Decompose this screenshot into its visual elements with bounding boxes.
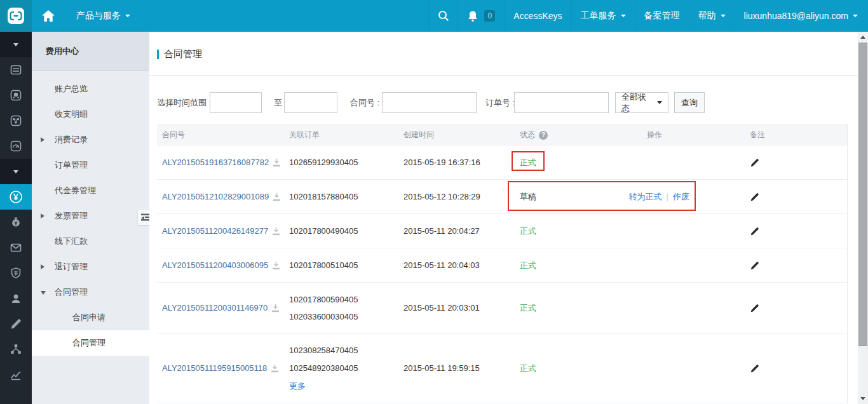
sidebar-item[interactable]: 发票管理 [32,203,149,229]
sidebar-item[interactable]: 账户总览 [32,76,149,102]
rail-collapse-top[interactable] [0,32,32,57]
time-from-input[interactable] [210,92,262,113]
sidebar-item[interactable]: 退订管理 [32,254,149,279]
sidebar-item[interactable]: 消费记录 [32,127,149,152]
scrollbar-up-button[interactable] [858,32,868,43]
contract-number-link[interactable]: ALY20150511200403006095 [162,260,268,270]
contract-no-input[interactable] [382,92,477,113]
table-header: 合同号 关联订单 创建时间 状态 ? 操作 备注 [157,125,847,145]
scrollbar-down-button[interactable] [858,393,868,404]
more-orders-link[interactable]: 更多 [289,377,306,395]
edit-remark-button[interactable] [750,260,760,271]
orders-cell: 102017800510405 [286,257,400,274]
download-button[interactable] [273,192,281,201]
chevron-down-icon [621,15,626,17]
edit-remark-button[interactable] [750,192,760,202]
remarks-cell [702,158,848,168]
scrollbar-thumb[interactable] [858,43,867,346]
workflow-icon [9,342,23,356]
aliyun-logo[interactable] [0,0,32,32]
rail-item-user[interactable] [0,286,32,311]
edit-remark-button[interactable] [750,158,760,168]
help-menu[interactable]: 帮助 [689,0,735,32]
remarks-cell [702,226,848,236]
sidebar-item[interactable]: 代金券管理 [32,178,149,203]
beian-label: 备案管理 [644,10,680,22]
col-header-remarks: 备注 [702,130,848,140]
rail-item-billing-active[interactable] [0,184,32,210]
rail-item-pencil[interactable] [0,311,32,337]
sidebar-item[interactable]: 订单管理 [32,152,149,178]
rail-item-workflow[interactable] [0,337,32,362]
created-time: 2015-05-11 20:03:01 [403,303,480,313]
download-button[interactable] [272,261,280,270]
orders-cell: 102018157880405 [286,188,400,205]
accesskeys-label: AccessKeys [513,11,562,21]
status-cell: 正式 [515,157,607,168]
search-button[interactable] [428,0,458,32]
edit-remark-button[interactable] [750,303,760,313]
notifications-button[interactable]: 0 [458,0,504,32]
download-button[interactable] [271,304,280,313]
filter-bar: 选择时间范围 : 至 合同号 : 订单号 : 全部状态 查询 [149,92,858,113]
contract-cell: ALY20150511195915005118 [157,363,286,373]
rail-item-security[interactable] [0,83,32,108]
order-number: 102548920380405 [289,360,358,377]
rail-item-voucher[interactable] [0,210,32,235]
rail-item-beian[interactable] [0,260,32,286]
contract-number-link[interactable]: ALY20150511200426149277 [162,226,268,236]
page-title: 合同管理 [157,48,202,60]
sidebar-item[interactable]: 合同申请 [32,305,149,330]
created-cell: 2015-05-11 20:04:03 [400,260,515,270]
contract-number-link[interactable]: ALY20150519163716087782 [162,158,269,167]
beian-link[interactable]: 备案管理 [635,0,689,32]
sidebar-item[interactable]: 线下汇款 [32,229,149,254]
created-cell: 2015-05-12 10:28:29 [400,192,515,201]
question-circle-icon[interactable]: ? [539,131,548,140]
user-account-menu[interactable]: liuxunhua819@aliyun.com [735,0,868,32]
action-link[interactable]: 作废 [673,191,689,203]
edit-remark-button[interactable] [750,226,760,236]
chevron-down-icon [125,15,130,17]
home-button[interactable] [32,0,65,32]
download-button[interactable] [272,227,280,236]
search-button-query[interactable]: 查询 [674,92,705,113]
notification-count-badge: 0 [484,10,495,22]
download-button[interactable] [271,364,279,373]
order-no-input[interactable] [514,92,609,113]
storage-icon [9,63,23,77]
contract-number-link[interactable]: ALY20150511200301146970 [162,303,268,313]
time-to-input[interactable] [284,92,337,113]
action-link[interactable]: 转为正式 [629,191,662,203]
rail-collapse-mid[interactable] [0,159,32,184]
created-cell: 2015-05-11 19:59:15 [400,363,515,373]
download-button[interactable] [273,158,281,167]
order-number: 102017800490405 [289,222,358,239]
products-services-menu[interactable]: 产品与服务 [65,0,142,32]
sidebar-item[interactable]: 合同管理 [32,330,149,356]
sidebar-item-label: 线下汇款 [55,236,88,246]
rail-item-storage[interactable] [0,57,32,83]
sidebar-item[interactable]: 收支明细 [32,102,149,127]
download-icon [273,158,281,167]
accesskeys-link[interactable]: AccessKeys [504,0,571,32]
contract-number-link[interactable]: ALY20150511195915005118 [162,363,267,373]
rail-item-mail[interactable] [0,235,32,260]
rail-item-monitor[interactable] [0,362,32,387]
order-number: 102017800510405 [289,257,358,274]
table-body: ALY2015051916371608778210265912993040520… [157,145,847,403]
status-badge: 草稿 [520,191,536,203]
rail-item-dashboard[interactable] [0,133,32,159]
edit-remark-button[interactable] [750,363,760,374]
triangle-up-icon [860,36,865,39]
created-time: 2015-05-11 20:04:03 [403,260,480,270]
table-row: ALY2015051120042614927710201780049040520… [157,214,847,248]
tickets-menu[interactable]: 工单服务 [571,0,635,32]
rail-item-share[interactable] [0,108,32,133]
help-label: 帮助 [698,10,716,22]
contract-number-link[interactable]: ALY20150512102829001089 [162,192,269,201]
status-cell: 正式 [515,302,607,314]
remarks-cell [702,363,848,374]
sidebar-item[interactable]: 合同管理 [32,279,149,305]
status-select[interactable]: 全部状态 [615,92,668,113]
